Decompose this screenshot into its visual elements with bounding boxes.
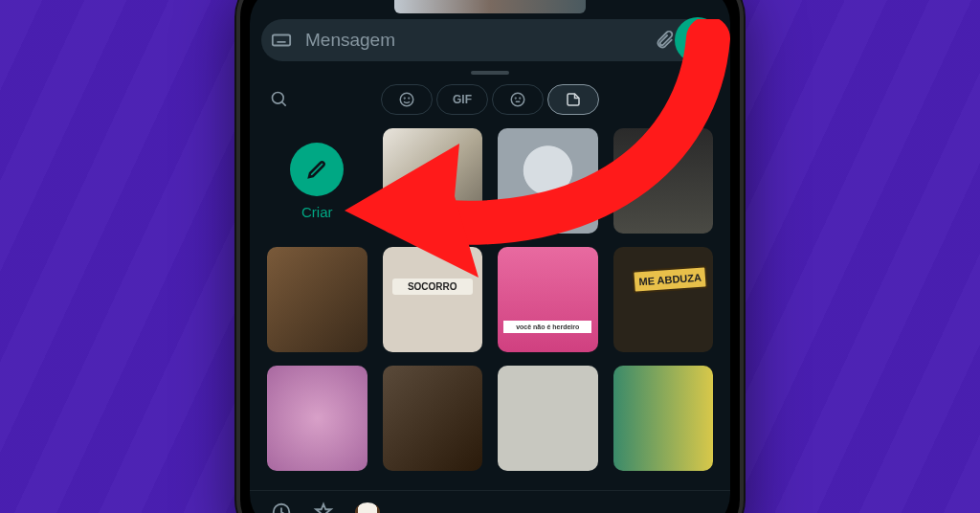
favorite-icon[interactable]	[313, 502, 334, 514]
sticker-tab-row: GIF	[250, 80, 730, 119]
sticker-text-abduza: ME ABDUZA	[633, 265, 709, 293]
svg-point-11	[404, 98, 405, 99]
sticker-item[interactable]: você não é herdeiro	[498, 247, 598, 352]
sticker-item[interactable]	[498, 128, 598, 234]
sticker-text-herdeiro: você não é herdeiro	[503, 321, 591, 333]
sticker-bottom-row	[250, 490, 730, 513]
message-bubble-preview	[394, 0, 586, 13]
tab-avatar[interactable]	[492, 84, 544, 115]
phone-frame: Mensagem GIF	[236, 0, 744, 513]
sticker-item[interactable]: ME ABDUZA	[613, 247, 714, 352]
sticker-item[interactable]: SOCORRO	[383, 247, 483, 352]
sticker-item[interactable]	[498, 366, 598, 471]
sticker-item[interactable]	[267, 247, 368, 352]
sticker-pack-coffee[interactable]	[355, 502, 380, 514]
create-sticker-label: Criar	[301, 204, 333, 220]
tab-sticker[interactable]	[547, 84, 599, 115]
phone-screen: Mensagem GIF	[250, 0, 730, 513]
voice-send-button[interactable]	[675, 17, 721, 63]
sticker-grid: Criar SOCORRO você não é herdeiro ME ABD…	[250, 119, 730, 490]
add-sticker-pack-button[interactable]	[684, 90, 717, 109]
svg-point-14	[515, 98, 516, 99]
sticker-item[interactable]	[613, 128, 714, 234]
drawer-handle[interactable]	[471, 71, 509, 75]
svg-rect-0	[273, 35, 290, 46]
recent-icon[interactable]	[271, 502, 292, 514]
sticker-item[interactable]	[267, 366, 368, 471]
sticker-item[interactable]	[383, 366, 483, 471]
svg-point-12	[409, 98, 410, 99]
create-sticker-circle	[290, 143, 344, 196]
search-stickers-button[interactable]	[263, 90, 296, 109]
create-sticker-button[interactable]: Criar	[267, 128, 368, 234]
chat-preview	[250, 0, 730, 13]
svg-point-10	[400, 93, 413, 106]
tab-emoji[interactable]	[381, 84, 433, 115]
tab-gif[interactable]: GIF	[436, 84, 488, 115]
svg-point-13	[511, 93, 524, 106]
sticker-item[interactable]	[383, 128, 483, 234]
sticker-item[interactable]	[613, 366, 714, 471]
svg-point-8	[273, 93, 284, 104]
message-placeholder[interactable]: Mensagem	[305, 30, 640, 51]
message-input-bar: Mensagem	[261, 19, 719, 61]
svg-point-15	[520, 98, 521, 99]
attach-icon[interactable]	[654, 30, 675, 51]
keyboard-icon[interactable]	[271, 30, 292, 51]
svg-line-9	[282, 102, 286, 106]
content-type-tabs: GIF	[301, 84, 679, 115]
sticker-text-socorro: SOCORRO	[392, 279, 473, 295]
svg-rect-7	[695, 33, 701, 42]
